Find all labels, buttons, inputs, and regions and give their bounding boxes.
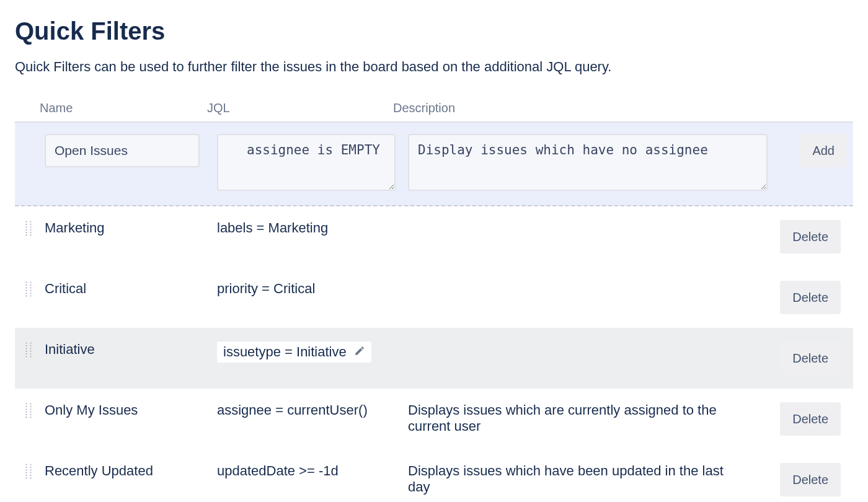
svg-point-48 [25, 464, 27, 465]
svg-point-43 [30, 412, 31, 413]
svg-point-11 [30, 234, 31, 236]
svg-point-14 [25, 284, 27, 286]
svg-point-13 [30, 281, 31, 283]
svg-point-47 [30, 416, 31, 418]
svg-point-17 [30, 287, 31, 288]
svg-point-46 [25, 416, 27, 418]
delete-button[interactable]: Delete [780, 463, 841, 496]
svg-point-1 [30, 221, 31, 222]
svg-point-31 [30, 351, 31, 352]
filter-description[interactable]: Displays issues which have been updated … [408, 463, 761, 495]
filter-name[interactable]: Recently Updated [45, 463, 212, 479]
edit-icon[interactable] [354, 344, 365, 360]
svg-point-59 [30, 477, 31, 478]
filter-description-input[interactable] [408, 134, 768, 191]
delete-button[interactable]: Delete [780, 402, 841, 436]
svg-point-20 [25, 293, 27, 294]
filter-jql[interactable]: issuetype = Initiative [217, 341, 403, 363]
svg-point-53 [30, 469, 31, 470]
svg-point-28 [25, 348, 27, 349]
svg-point-38 [25, 406, 27, 407]
svg-point-4 [25, 226, 27, 227]
filter-name[interactable]: Critical [45, 281, 212, 297]
svg-point-37 [30, 403, 31, 404]
svg-point-36 [25, 403, 27, 404]
svg-point-22 [25, 295, 27, 296]
svg-point-15 [30, 284, 31, 286]
filter-name[interactable]: Initiative [45, 341, 212, 358]
svg-point-16 [25, 287, 27, 288]
filter-name[interactable]: Marketing [45, 220, 212, 236]
svg-point-9 [30, 232, 31, 233]
svg-point-55 [30, 472, 31, 473]
drag-handle-icon[interactable] [24, 341, 33, 359]
svg-point-0 [25, 221, 27, 222]
column-header-jql: JQL [207, 101, 393, 115]
svg-point-34 [25, 356, 27, 357]
svg-point-52 [25, 469, 27, 470]
svg-point-25 [30, 342, 31, 343]
delete-button[interactable]: Delete [780, 341, 841, 375]
svg-point-5 [30, 226, 31, 227]
svg-point-35 [30, 356, 31, 357]
svg-point-29 [30, 348, 31, 349]
drag-handle-icon[interactable] [24, 402, 33, 420]
svg-point-40 [25, 408, 27, 410]
svg-point-23 [30, 295, 31, 296]
svg-point-3 [30, 224, 31, 225]
svg-point-44 [25, 414, 27, 415]
filter-jql[interactable]: assignee = currentUser() [217, 402, 403, 418]
svg-point-56 [25, 475, 27, 476]
add-button[interactable]: Add [800, 134, 847, 167]
delete-button[interactable]: Delete [780, 220, 841, 253]
table-row: Marketinglabels = MarketingDelete [15, 206, 853, 267]
filter-name-input[interactable] [45, 134, 200, 167]
svg-point-7 [30, 229, 31, 231]
quick-filters-table: Name JQL Description Add Marketinglabels… [15, 97, 853, 502]
drag-handle-icon[interactable] [24, 463, 33, 480]
filter-jql-input[interactable] [217, 134, 396, 191]
svg-point-8 [25, 232, 27, 233]
svg-point-33 [30, 353, 31, 354]
svg-point-19 [30, 290, 31, 291]
table-row: Initiativeissuetype = InitiativeDelete [15, 328, 853, 389]
filter-jql[interactable]: labels = Marketing [217, 220, 403, 236]
svg-point-32 [25, 353, 27, 354]
svg-point-57 [30, 475, 31, 476]
svg-point-39 [30, 406, 31, 407]
table-row: Only My Issuesassignee = currentUser()Di… [15, 389, 853, 449]
svg-point-2 [25, 224, 27, 225]
svg-point-18 [25, 290, 27, 291]
svg-point-51 [30, 467, 31, 468]
page-description: Quick Filters can be used to further fil… [15, 59, 853, 75]
svg-point-6 [25, 229, 27, 231]
svg-point-41 [30, 408, 31, 410]
filter-name[interactable]: Only My Issues [45, 402, 212, 418]
svg-point-26 [25, 345, 27, 346]
filter-jql[interactable]: priority = Critical [217, 281, 403, 297]
svg-point-30 [25, 351, 27, 352]
svg-point-42 [25, 412, 27, 413]
table-row: Recently UpdatedupdatedDate >= -1dDispla… [15, 449, 853, 502]
column-header-description: Description [393, 101, 766, 115]
svg-point-24 [25, 342, 27, 343]
table-header-row: Name JQL Description [15, 97, 853, 121]
svg-point-12 [25, 281, 27, 283]
svg-point-27 [30, 345, 31, 346]
add-filter-row: Add [15, 121, 853, 206]
svg-point-54 [25, 472, 27, 473]
svg-point-45 [30, 414, 31, 415]
svg-point-21 [30, 293, 31, 294]
delete-button[interactable]: Delete [780, 281, 841, 314]
page-title: Quick Filters [15, 17, 853, 45]
table-row: Criticalpriority = CriticalDelete [15, 267, 853, 328]
drag-handle-icon[interactable] [24, 281, 33, 298]
svg-point-10 [25, 234, 27, 236]
svg-point-49 [30, 464, 31, 465]
svg-point-58 [25, 477, 27, 478]
drag-handle-icon[interactable] [24, 220, 33, 237]
filter-description[interactable]: Displays issues which are currently assi… [408, 402, 761, 434]
svg-point-50 [25, 467, 27, 468]
column-header-name: Name [40, 101, 207, 115]
filter-jql[interactable]: updatedDate >= -1d [217, 463, 403, 479]
